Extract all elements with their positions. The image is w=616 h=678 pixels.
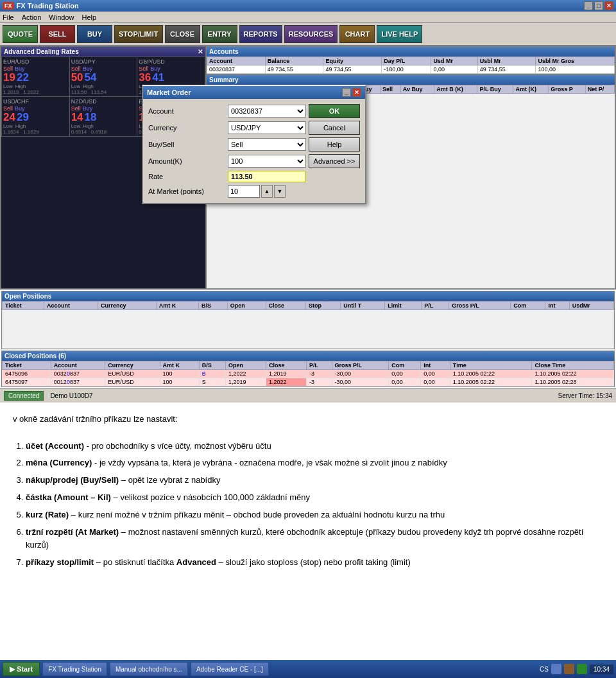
toolbar: QUOTE SELL BUY STOP/LIMIT CLOSE ENTRY RE… [0, 23, 616, 46]
cp-grosspl-2: -30,00 [332, 378, 389, 387]
sum-col-netp: Net P/ [585, 85, 614, 94]
rate-cell-eurusd[interactable]: EUR/USD Sell Buy 19 22 Low High 1.2019 1… [2, 57, 69, 96]
mo-buysell-select[interactable]: Sell Buy [228, 138, 306, 151]
stoplimit-button[interactable]: STOP/LIMIT [114, 25, 163, 43]
buy-button[interactable]: BUY [77, 25, 112, 43]
text-item-7-bold: příkazy stop/limit [26, 557, 94, 567]
cp-time-2: 1.10.2005 02:22 [450, 378, 532, 387]
rate-pair-header-gbpusd: GBP/USD [139, 58, 203, 65]
quote-button[interactable]: QUOTE [3, 25, 38, 43]
mo-close[interactable]: ✕ [352, 88, 361, 97]
mo-currency-select[interactable]: USD/JPY [228, 121, 306, 134]
maximize-button[interactable]: □ [594, 1, 603, 10]
account-daypl: -180,00 [382, 65, 431, 74]
adr-panel-title: Advanced Dealing Rates [4, 48, 79, 55]
mo-cancel-button[interactable]: Cancel [309, 121, 360, 135]
col-usdmr: Usd Mr [431, 57, 477, 65]
taskbar-item-adobe[interactable]: Adobe Reader CE - [...] [191, 662, 269, 676]
start-button[interactable]: ▶ Start [3, 662, 40, 676]
window-controls: _ □ ✕ [584, 1, 613, 10]
text-list: účet (Account) - pro obchodníky s více ú… [26, 440, 603, 569]
op-col-open: Open [227, 302, 266, 310]
cp-time-1: 1.10.2005 02:22 [450, 370, 532, 378]
mo-advanced-button[interactable]: Advanced >> [309, 154, 360, 168]
taskbar-adobe-label: Adobe Reader CE - [...] [196, 666, 263, 673]
mo-atmarket-row: ▲ ▼ [228, 185, 306, 198]
high-label-usdjpy: High [83, 83, 93, 89]
text-item-2: měna (Currency) - je vždy vypsána ta, kt… [26, 456, 603, 470]
rate-pair-header-eurusd: EUR/USD [3, 58, 68, 65]
status-bar: Connected Demo U100D7 Server Time: 15:34 [0, 388, 616, 403]
livehelp-button[interactable]: LIVE HELP [377, 25, 422, 43]
mo-ok-button[interactable]: OK [309, 104, 360, 118]
cp-close-1: 1,2019 [266, 370, 306, 378]
tray-icon-2 [564, 664, 574, 674]
accounts-header: Accounts [207, 47, 615, 56]
menu-help[interactable]: Help [81, 13, 96, 21]
op-col-usdmr: UsdMr [569, 302, 613, 310]
open-positions-header: Open Positions [2, 291, 614, 301]
account-equity: 49 734,55 [323, 65, 382, 74]
rate-values-usdchf: 1.1624 1.1629 [3, 129, 68, 135]
op-col-close: Close [266, 302, 306, 310]
taskbar-fx-label: FX Trading Station [48, 666, 101, 673]
mo-body: Account 00320837 OK Currency USD/JPY Can… [143, 99, 365, 203]
sum-col-amtb: Amt B (K) [434, 85, 477, 94]
accounts-panel: Accounts Account Balance Equity Day P/L … [206, 46, 615, 74]
mo-spinner-up[interactable]: ▲ [261, 185, 273, 198]
mo-minimize[interactable]: _ [342, 88, 351, 97]
op-col-stop: Stop [306, 302, 341, 310]
taskbar-manual-label: Manual obchodního s... [116, 666, 182, 673]
mo-amount-select[interactable]: 100 [228, 155, 306, 168]
text-item-6: tržní rozpětí (At Market) – možnost nast… [26, 526, 603, 553]
menu-file[interactable]: File [3, 13, 14, 21]
mo-account-select[interactable]: 00320837 [228, 105, 306, 117]
mo-atmarket-label: At Market (points) [148, 187, 225, 195]
rate-numbers-usdjpy: 50 54 [71, 72, 136, 83]
op-col-ticket: Ticket [3, 302, 44, 310]
close-button[interactable]: ✕ [604, 1, 613, 10]
entry-button[interactable]: ENTRY [202, 25, 237, 43]
text-item-5-text: – kurz není možné v tržním příkazu měnit… [71, 510, 445, 519]
rate-cell-usdjpy[interactable]: USD/JPY Sell Buy 50 54 Low High 113.50 1… [70, 57, 137, 96]
cp-grosspl-1: -30,00 [332, 370, 389, 378]
rate-numbers-usdchf: 24 29 [3, 112, 68, 123]
cp-col-ticket: Ticket [3, 361, 51, 370]
closed-positions-table: Ticket Account Currency Amt K B/S Open C… [2, 361, 614, 387]
rate-cell-nzdusd[interactable]: NZD/USD Sell Buy 14 18 Low High 0.6914 0… [70, 97, 137, 136]
account-usdmr: 0,00 [431, 65, 477, 74]
cp-col-pl: P/L [306, 361, 332, 370]
mo-currency-label: Currency [148, 124, 225, 132]
mo-rate-label: Rate [148, 173, 225, 180]
close-trade-button[interactable]: CLOSE [165, 25, 200, 43]
cp-col-int: Int [421, 361, 450, 370]
menu-action[interactable]: Action [22, 13, 42, 21]
rate-lowhigh-nzdusd: Low High [71, 123, 136, 129]
minimize-button[interactable]: _ [584, 1, 593, 10]
rate-pair-header-usdchf: USD/CHF [3, 98, 68, 105]
mo-atmarket-input[interactable] [228, 185, 260, 198]
sum-col-plbuy: P/L Buy [477, 85, 513, 94]
mo-spinner-down[interactable]: ▼ [274, 185, 286, 198]
menu-bar: File Action Window Help [0, 12, 616, 23]
low-label-usdjpy: Low [71, 83, 81, 89]
col-account: Account [207, 57, 266, 65]
cp-com-2: 0,00 [389, 378, 421, 387]
resources-button[interactable]: RESOURCES [284, 25, 338, 43]
reports-button[interactable]: REPORTS [239, 25, 282, 43]
sell-button[interactable]: SELL [40, 25, 75, 43]
rate-cell-usdchf[interactable]: USD/CHF Sell Buy 24 29 Low High 1.1624 1… [2, 97, 69, 136]
text-item-4: částka (Amount – Kil) – velikost pozice … [26, 491, 603, 505]
chart-button[interactable]: CHART [339, 25, 375, 43]
rate-numbers-nzdusd: 14 18 [71, 112, 136, 123]
cp-int-1: 0,00 [421, 370, 450, 378]
taskbar-tray: CS 10:34 [540, 664, 613, 674]
adr-panel-close[interactable]: ✕ [198, 48, 203, 55]
open-positions-empty [3, 310, 614, 349]
taskbar-item-manual[interactable]: Manual obchodního s... [110, 662, 188, 676]
text-item-4-text: – velikost pozice v násobcích 100,000 zá… [114, 492, 310, 502]
menu-window[interactable]: Window [49, 13, 74, 21]
taskbar-item-fx[interactable]: FX Trading Station [42, 662, 107, 676]
col-usblmr: Usbl Mr [477, 57, 536, 65]
mo-help-button[interactable]: Help [309, 137, 360, 152]
